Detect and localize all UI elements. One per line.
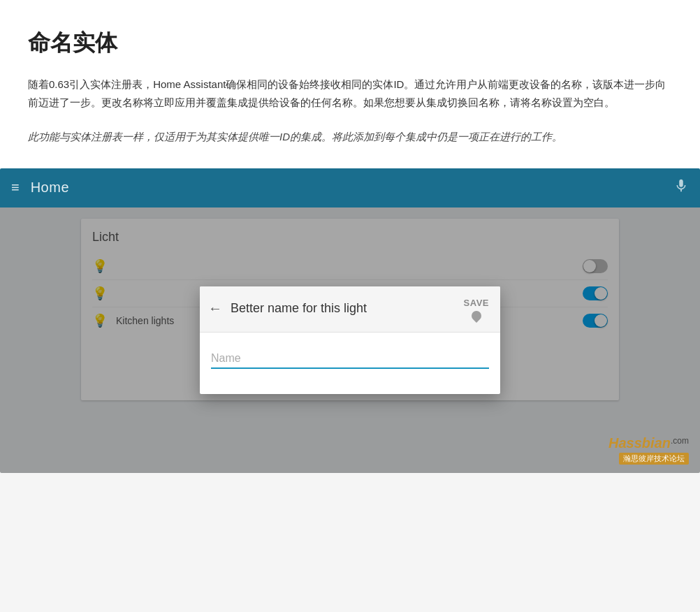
dialog-title: Better name for this light	[231, 300, 367, 316]
watermark: Hassbian.com 瀚思彼岸技术论坛	[608, 435, 689, 465]
hamburger-icon[interactable]: ≡	[11, 180, 20, 196]
dialog-header: ← Better name for this light SAVE	[200, 286, 500, 333]
dialog-body	[200, 333, 500, 394]
save-indicator	[469, 309, 483, 323]
save-button[interactable]: SAVE	[464, 298, 489, 308]
nav-title: Home	[31, 180, 69, 196]
dialog-overlay: ← Better name for this light SAVE	[0, 207, 700, 473]
watermark-main-text: Hassbian	[608, 435, 671, 451]
dialog: ← Better name for this light SAVE	[200, 286, 500, 394]
nav-left: ≡ Home	[11, 180, 69, 196]
watermark-main: Hassbian.com	[608, 435, 689, 451]
save-area: SAVE	[464, 298, 489, 321]
dialog-header-left: ← Better name for this light	[208, 300, 367, 316]
watermark-com: .com	[671, 435, 689, 445]
name-input-wrapper	[211, 349, 489, 372]
watermark-sub: 瀚思彼岸技术论坛	[619, 453, 689, 465]
app-content: Licht 💡 💡	[0, 207, 700, 473]
paragraph-normal: 随着0.63引入实体注册表，Home Assistant确保相同的设备始终接收相…	[28, 75, 672, 111]
back-arrow-icon[interactable]: ←	[208, 300, 222, 316]
name-input[interactable]	[211, 349, 489, 369]
app-nav: ≡ Home	[0, 168, 700, 207]
app-screenshot: ≡ Home Licht 💡	[0, 168, 700, 473]
paragraph-italic: 此功能与实体注册表一样，仅适用于为其实体提供唯一ID的集成。将此添加到每个集成中…	[28, 128, 672, 146]
mic-icon[interactable]	[673, 178, 689, 198]
page-container: 命名实体 随着0.63引入实体注册表，Home Assistant确保相同的设备…	[0, 0, 700, 473]
page-title: 命名实体	[28, 28, 672, 59]
